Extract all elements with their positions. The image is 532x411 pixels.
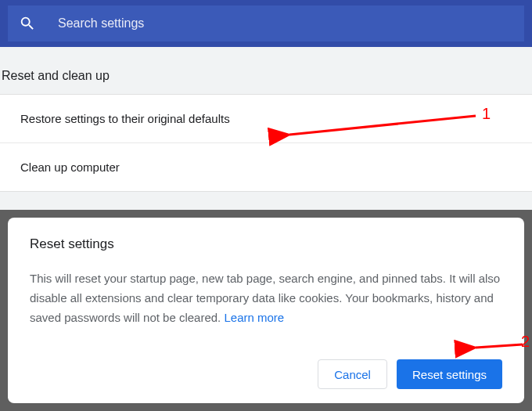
section-title: Reset and clean up bbox=[0, 47, 532, 94]
search-bar: Search settings bbox=[0, 0, 532, 47]
annotation-label-2: 2 bbox=[521, 333, 530, 351]
search-icon bbox=[19, 15, 36, 32]
annotation-label-1: 1 bbox=[482, 105, 491, 123]
settings-item-clean-up[interactable]: Clean up computer bbox=[0, 143, 532, 191]
reset-settings-button[interactable]: Reset settings bbox=[397, 359, 502, 389]
dialog-body: This will reset your startup page, new t… bbox=[30, 269, 502, 327]
dialog-title: Reset settings bbox=[30, 236, 502, 252]
search-input-container[interactable]: Search settings bbox=[8, 5, 524, 41]
search-placeholder: Search settings bbox=[58, 16, 144, 31]
cancel-button[interactable]: Cancel bbox=[318, 359, 387, 389]
dialog-backdrop: Reset settings This will reset your star… bbox=[0, 210, 532, 411]
settings-item-restore-defaults[interactable]: Restore settings to their original defau… bbox=[0, 95, 532, 143]
learn-more-link[interactable]: Learn more bbox=[224, 311, 284, 324]
reset-settings-dialog: Reset settings This will reset your star… bbox=[8, 218, 524, 403]
settings-list: Restore settings to their original defau… bbox=[0, 94, 532, 192]
dialog-actions: Cancel Reset settings bbox=[318, 359, 502, 389]
